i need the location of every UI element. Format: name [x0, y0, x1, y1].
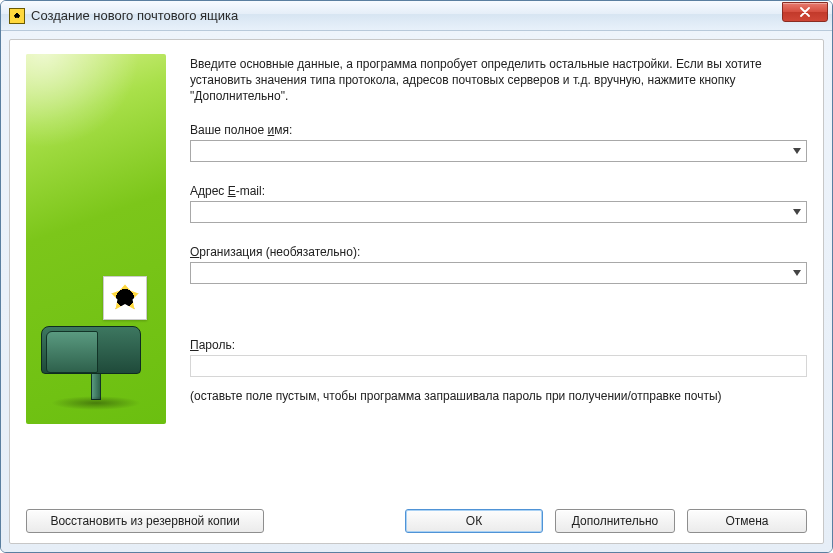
- chevron-down-icon: [793, 148, 801, 154]
- spacer: [190, 306, 807, 332]
- content-row: Введите основные данные, а программа поп…: [26, 54, 807, 499]
- label-password: Пароль:: [190, 338, 807, 352]
- label-email: Адрес E-mail:: [190, 184, 807, 198]
- ok-button[interactable]: ОК: [405, 509, 543, 533]
- field-org: Организация (необязательно):: [190, 245, 807, 284]
- org-input[interactable]: [191, 263, 788, 283]
- cancel-button[interactable]: Отмена: [687, 509, 807, 533]
- fullname-combo[interactable]: [190, 140, 807, 162]
- email-input[interactable]: [191, 202, 788, 222]
- window-title: Создание нового почтового ящика: [31, 8, 782, 23]
- field-email: Адрес E-mail:: [190, 184, 807, 223]
- advanced-button[interactable]: Дополнительно: [555, 509, 675, 533]
- chevron-down-icon: [793, 209, 801, 215]
- org-dropdown-arrow[interactable]: [788, 263, 806, 283]
- dialog-window: Создание нового почтового ящика Введите …: [0, 0, 833, 553]
- email-dropdown-arrow[interactable]: [788, 202, 806, 222]
- button-bar: Восстановить из резервной копии ОК Допол…: [26, 499, 807, 533]
- intro-text: Введите основные данные, а программа поп…: [190, 56, 807, 105]
- field-password: Пароль:: [190, 338, 807, 377]
- wizard-illustration: [26, 54, 166, 424]
- titlebar[interactable]: Создание нового почтового ящика: [1, 1, 832, 31]
- fullname-input[interactable]: [191, 141, 788, 161]
- email-combo[interactable]: [190, 201, 807, 223]
- dialog-frame: Введите основные данные, а программа поп…: [1, 31, 832, 552]
- close-button[interactable]: [782, 2, 828, 22]
- stamp-icon: [103, 276, 147, 320]
- restore-button[interactable]: Восстановить из резервной копии: [26, 509, 264, 533]
- password-input[interactable]: [190, 355, 807, 377]
- chevron-down-icon: [793, 270, 801, 276]
- mailbox-icon: [41, 326, 151, 410]
- form-area: Введите основные данные, а программа поп…: [190, 54, 807, 499]
- app-icon: [9, 8, 25, 24]
- field-fullname: Ваше полное имя:: [190, 123, 807, 162]
- close-icon: [799, 7, 811, 17]
- org-combo[interactable]: [190, 262, 807, 284]
- content-panel: Введите основные данные, а программа поп…: [9, 39, 824, 544]
- label-fullname: Ваше полное имя:: [190, 123, 807, 137]
- password-hint: (оставьте поле пустым, чтобы программа з…: [190, 389, 807, 403]
- fullname-dropdown-arrow[interactable]: [788, 141, 806, 161]
- label-org: Организация (необязательно):: [190, 245, 807, 259]
